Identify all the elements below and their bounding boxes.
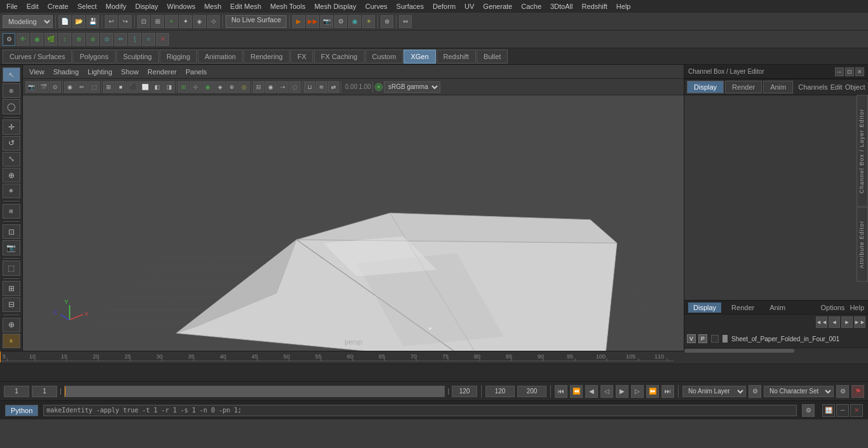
win-minimize-btn[interactable]: ─ bbox=[836, 404, 849, 417]
menu-modify[interactable]: Modify bbox=[102, 1, 130, 11]
paint-select-btn[interactable]: ⊛ bbox=[3, 83, 20, 98]
tab-render[interactable]: Render bbox=[725, 81, 762, 93]
undo-btn[interactable]: ↩ bbox=[105, 15, 118, 28]
timeline-ruler[interactable]: 5 10 15 20 25 30 35 40 45 50 55 60 65 70… bbox=[0, 351, 868, 364]
vp-green2-btn[interactable]: ◉ bbox=[202, 81, 214, 93]
snap-settings-btn[interactable]: ⊡ bbox=[3, 224, 20, 239]
current-frame-field[interactable] bbox=[4, 386, 29, 397]
vp-ao-btn[interactable]: ◨ bbox=[163, 81, 175, 93]
layers-scrollbar[interactable] bbox=[684, 348, 868, 353]
edit-menu[interactable]: Edit bbox=[831, 83, 843, 91]
snap-surface-btn[interactable]: ◈ bbox=[193, 15, 206, 28]
range-end-field[interactable] bbox=[452, 386, 477, 397]
char-set-selector[interactable]: No Character Set bbox=[764, 386, 834, 397]
menu-3dtoall[interactable]: 3DtoAll bbox=[546, 1, 576, 11]
vp-gate-btn[interactable]: ⊕ bbox=[226, 81, 238, 93]
layers-anim-tab[interactable]: Anim bbox=[764, 302, 790, 313]
menu-create[interactable]: Create bbox=[44, 1, 72, 11]
tab-xgen[interactable]: XGen bbox=[403, 50, 435, 64]
start-frame-field[interactable] bbox=[32, 386, 57, 397]
tab-bullet[interactable]: Bullet bbox=[477, 50, 508, 64]
vp-wireframe-btn[interactable]: ⊞ bbox=[103, 81, 114, 93]
snapshot-btn[interactable]: 📷 bbox=[320, 15, 333, 28]
snap-grid-btn[interactable]: ⊞ bbox=[151, 15, 164, 28]
viewport-menu-panels[interactable]: Panels bbox=[182, 67, 211, 77]
menu-mesh-display[interactable]: Mesh Display bbox=[311, 1, 360, 11]
tab-anim[interactable]: Anim bbox=[763, 81, 793, 93]
render-region-btn[interactable]: ⬚ bbox=[3, 261, 20, 275]
vp-brush-btn[interactable]: ✏ bbox=[76, 81, 88, 93]
add-btn[interactable]: ⊕ bbox=[3, 318, 20, 332]
viewport-menu-show[interactable]: Show bbox=[118, 67, 143, 77]
xgen-settings-btn[interactable]: ⚙ bbox=[3, 33, 15, 46]
vp-motion-btn[interactable]: ⇢ bbox=[277, 81, 288, 93]
vp-select-type-btn[interactable]: ⊔ bbox=[304, 81, 315, 93]
play-back-btn[interactable]: ◁ bbox=[600, 385, 613, 398]
xgen-logo-btn[interactable]: X bbox=[3, 334, 20, 348]
layers-options-menu[interactable]: Options bbox=[820, 304, 844, 311]
menu-curves[interactable]: Curves bbox=[362, 1, 391, 11]
live-surface-btn[interactable]: No Live Surface bbox=[226, 15, 287, 28]
lighting-btn[interactable]: ☀ bbox=[362, 15, 375, 28]
layer-playback-btn[interactable]: P bbox=[698, 334, 707, 343]
char-set-settings-btn[interactable]: ⚙ bbox=[836, 385, 849, 398]
tab-sculpting[interactable]: Sculpting bbox=[116, 50, 159, 64]
menu-help[interactable]: Help bbox=[613, 1, 635, 11]
panel-close-btn[interactable]: ✕ bbox=[855, 67, 864, 76]
anim-layer-selector[interactable]: No Anim Layer bbox=[682, 386, 746, 397]
camera-attrs-btn[interactable]: 📷 bbox=[3, 240, 20, 255]
next-frame-btn[interactable]: ▷ bbox=[631, 385, 644, 398]
menu-redshift[interactable]: Redshift bbox=[578, 1, 611, 11]
ipr-btn[interactable]: ▶▶ bbox=[306, 15, 319, 28]
rotate-tool-btn[interactable]: ↺ bbox=[3, 136, 20, 151]
vp-sym-btn[interactable]: ⇄ bbox=[328, 81, 339, 93]
select-tool-btn[interactable]: ↖ bbox=[3, 67, 20, 82]
viewport-canvas[interactable]: X Y Z persp bbox=[23, 95, 684, 351]
object-menu[interactable]: Object bbox=[845, 83, 865, 91]
playback-total-field[interactable] bbox=[517, 386, 546, 397]
vp-soft-btn[interactable]: ≋ bbox=[316, 81, 327, 93]
xgen-select-btn[interactable]: ⊕ bbox=[72, 33, 85, 46]
command-input[interactable] bbox=[43, 405, 797, 416]
layers-render-tab[interactable]: Render bbox=[726, 302, 759, 313]
xgen-branch-btn[interactable]: ↕ bbox=[58, 33, 71, 46]
extend-btn[interactable]: ⇔ bbox=[399, 15, 412, 28]
redo-btn[interactable]: ↪ bbox=[119, 15, 132, 28]
xgen-path-btn[interactable]: ⊘ bbox=[100, 33, 113, 46]
tab-display[interactable]: Display bbox=[687, 81, 724, 93]
vp-shadow-btn[interactable]: ◧ bbox=[151, 81, 163, 93]
step-forward-btn[interactable]: ⏩ bbox=[646, 385, 659, 398]
menu-edit[interactable]: Edit bbox=[23, 1, 43, 11]
xgen-comb-btn[interactable]: ⟆ bbox=[128, 33, 141, 46]
layers-help-menu[interactable]: Help bbox=[850, 304, 864, 311]
tab-rigging[interactable]: Rigging bbox=[159, 50, 197, 64]
soft-mod-btn[interactable]: ❋ bbox=[3, 184, 20, 198]
viewport-menu-shading[interactable]: Shading bbox=[50, 67, 83, 77]
skip-to-start-btn[interactable]: ⏮ bbox=[555, 385, 567, 398]
layers-back-btn[interactable]: ◄ bbox=[829, 316, 840, 328]
vp-dof-btn[interactable]: ◌ bbox=[289, 81, 301, 93]
show-manip-btn[interactable]: ⊞ bbox=[3, 204, 20, 219]
new-scene-btn[interactable]: 📄 bbox=[58, 15, 71, 28]
move-tool-btn[interactable]: ✛ bbox=[3, 119, 20, 134]
vp-all-lights-btn[interactable]: ⬜ bbox=[139, 81, 151, 93]
channels-menu[interactable]: Channels bbox=[798, 83, 827, 91]
xgen-btn[interactable]: ⊛ bbox=[381, 15, 393, 28]
snap-curve-btn[interactable]: ⌖ bbox=[165, 15, 178, 28]
tab-animation[interactable]: Animation bbox=[198, 50, 243, 64]
render-settings-btn[interactable]: ⚙ bbox=[334, 15, 347, 28]
python-tab[interactable]: Python bbox=[5, 405, 38, 416]
auto-key-btn[interactable]: ⚑ bbox=[851, 385, 864, 398]
win-close-btn[interactable]: ✕ bbox=[850, 404, 863, 417]
scale-tool-btn[interactable]: ⤡ bbox=[3, 152, 20, 166]
vp-cam2-btn[interactable]: ⊙ bbox=[50, 81, 61, 93]
layers-display-tab[interactable]: Display bbox=[688, 302, 721, 313]
viewport-menu-view[interactable]: View bbox=[25, 67, 48, 77]
tab-redshift[interactable]: Redshift bbox=[437, 50, 476, 64]
panel-minimize-btn[interactable]: ─ bbox=[835, 67, 844, 76]
menu-deform[interactable]: Deform bbox=[429, 1, 459, 11]
vp-isolate-btn[interactable]: ◉ bbox=[64, 81, 76, 93]
viewport-menu-lighting[interactable]: Lighting bbox=[84, 67, 116, 77]
tab-curves-surfaces[interactable]: Curves / Surfaces bbox=[3, 50, 72, 64]
playback-end-field[interactable] bbox=[485, 386, 515, 397]
